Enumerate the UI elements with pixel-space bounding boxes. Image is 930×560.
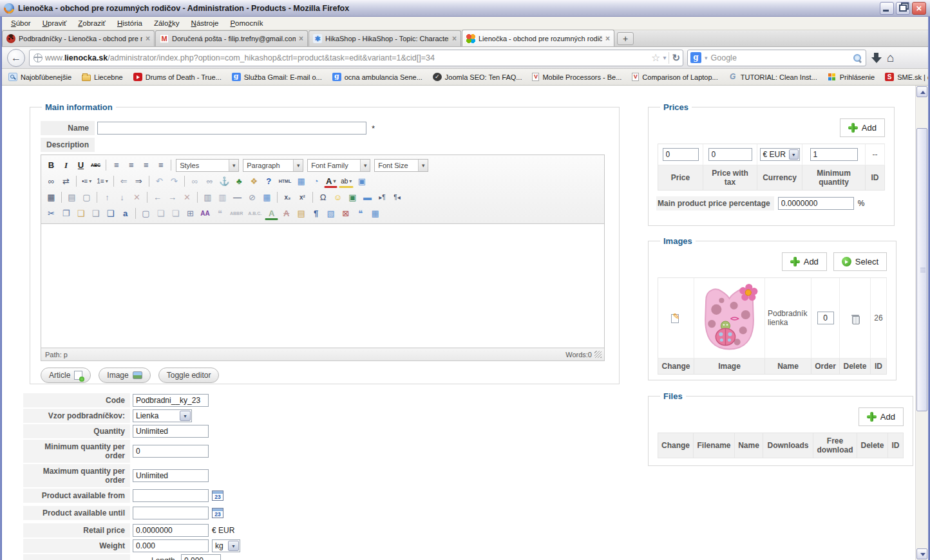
pattern-select[interactable]: Lienka — [133, 409, 192, 422]
bookmark-item[interactable]: Mobile Processors - Be... — [532, 73, 622, 81]
cut-icon[interactable]: ✂ — [44, 207, 58, 220]
history-dropdown-icon[interactable]: ▾ — [663, 54, 666, 61]
bullet-list-icon[interactable]: •≡ — [80, 174, 93, 188]
insert-text-icon[interactable]: A — [265, 208, 278, 220]
price-input[interactable] — [663, 148, 699, 161]
calendar-icon[interactable]: 23 — [212, 508, 223, 518]
media-icon[interactable]: ▣ — [346, 191, 359, 204]
bookmark-item[interactable]: Liecebne — [82, 73, 123, 81]
dropdown-caret-icon[interactable] — [418, 160, 428, 171]
tab-close-icon[interactable] — [605, 34, 610, 43]
currency-select[interactable]: € EUR — [760, 148, 800, 161]
length-input[interactable] — [181, 554, 221, 560]
available-until-input[interactable] — [133, 507, 209, 519]
editor-content-area[interactable] — [41, 224, 604, 348]
paragraph-select[interactable]: Paragraph — [243, 159, 303, 172]
close-button[interactable]: × — [912, 2, 926, 15]
outdent-icon[interactable]: ⇐ — [117, 174, 131, 188]
styles-select[interactable]: Styles — [176, 159, 239, 172]
table-icon[interactable]: ▦ — [44, 191, 58, 204]
font-size-select[interactable]: Font Size — [374, 159, 428, 172]
anchor-icon[interactable]: ⚓ — [218, 174, 231, 188]
bookmark-item[interactable]: ocna ambulancia Sene... — [332, 73, 422, 81]
delete-image-trash-icon[interactable] — [851, 313, 859, 323]
bookmark-item[interactable]: Služba Gmail: E-mail o... — [232, 73, 322, 81]
align-justify-icon[interactable]: ≡ — [154, 158, 167, 172]
menu-item[interactable]: Nástroje — [186, 18, 224, 28]
copy-icon[interactable]: ❐ — [59, 207, 73, 220]
html-icon[interactable]: HTML — [277, 174, 293, 188]
editor-resize-grip[interactable] — [594, 351, 602, 358]
cleanup-icon[interactable]: ❖ — [247, 174, 261, 188]
absolute-position-icon[interactable]: ⊞ — [184, 207, 197, 220]
nonbreaking-icon[interactable]: ⊠ — [339, 207, 352, 220]
cell-properties-icon[interactable]: ▢ — [80, 191, 93, 204]
ltr-icon[interactable]: ▸¶ — [375, 191, 389, 204]
dropdown-caret-icon[interactable] — [229, 160, 238, 171]
image-order-input[interactable] — [817, 312, 834, 324]
menu-item[interactable]: Pomocník — [225, 18, 268, 28]
emoticons-icon[interactable]: ☺ — [331, 191, 345, 204]
scrollbar-thumb[interactable] — [916, 128, 927, 411]
visual-aid-icon[interactable]: ▢ — [139, 207, 153, 220]
menu-item[interactable]: Záložky — [149, 18, 185, 28]
horizontal-rule-icon[interactable]: — — [231, 191, 244, 204]
undo-icon[interactable]: ↶ — [153, 174, 166, 188]
align-right-icon[interactable]: ≡ — [139, 158, 153, 172]
bookmark-item[interactable]: SME.sk | denník SME -... — [885, 73, 930, 81]
bookmark-item[interactable]: TUTORIAL: Clean Inst... — [728, 73, 817, 81]
select-all-icon[interactable]: a — [119, 207, 132, 220]
split-cells-icon[interactable]: ▥ — [201, 191, 214, 204]
min-order-input[interactable] — [133, 445, 209, 458]
browser-tab[interactable]: Podbradníčky - Lienočka - obchod pre roz… — [2, 30, 155, 46]
article-button[interactable]: Article — [41, 368, 91, 383]
name-input[interactable] — [97, 122, 366, 135]
paste-text-icon[interactable]: ❑ — [89, 207, 102, 220]
advanced-hr-icon[interactable]: ▬ — [361, 191, 374, 204]
google-search-engine-icon[interactable]: g — [690, 52, 701, 63]
bookmark-item[interactable]: Drums of Death - True... — [133, 73, 222, 81]
vertical-scrollbar[interactable] — [915, 86, 928, 560]
subscript-icon[interactable]: x₂ — [281, 191, 294, 204]
browser-tab[interactable]: HikaShop - HikaShop - Topic: Characteris… — [308, 30, 461, 46]
menu-item[interactable]: Súbor — [6, 18, 36, 28]
superscript-icon[interactable]: x² — [296, 191, 309, 204]
downloads-icon[interactable] — [870, 51, 883, 64]
images-add-button[interactable]: Add — [782, 252, 827, 271]
align-left-icon[interactable]: ≡ — [109, 158, 123, 172]
indent-icon[interactable]: ⇒ — [132, 174, 146, 188]
url-text[interactable]: www.lienocka.sk/administrator/index.php?… — [45, 53, 649, 62]
blockquote-icon[interactable]: ❝ — [354, 207, 367, 220]
search-bar[interactable]: g ▾ Google — [687, 50, 866, 66]
menu-item[interactable]: História — [112, 18, 147, 28]
insert-row-after-icon[interactable]: ↓ — [115, 191, 129, 204]
home-icon[interactable]: ⌂ — [887, 51, 894, 64]
max-order-input[interactable] — [133, 469, 209, 482]
menu-item[interactable]: Zobraziť — [73, 18, 111, 28]
images-select-button[interactable]: Select — [833, 252, 887, 271]
strikethrough-icon[interactable]: ABC — [89, 158, 102, 172]
browser-tab[interactable]: Lienočka - obchod pre rozumných rodičov.… — [462, 30, 614, 46]
insert-date-icon[interactable]: ▦ — [294, 174, 308, 188]
rtl-icon[interactable]: ¶◂ — [390, 191, 404, 204]
calendar-icon[interactable]: 23 — [212, 490, 223, 501]
menu-item[interactable]: Upraviť — [37, 18, 72, 28]
dropdown-caret-icon[interactable] — [293, 160, 303, 171]
visual-chars-icon[interactable]: ¶ — [309, 207, 323, 220]
reload-icon[interactable]: ↻ — [672, 52, 680, 64]
tab-close-icon[interactable] — [146, 34, 150, 43]
delete-row-icon[interactable]: ✕ — [130, 191, 144, 204]
code-input[interactable] — [133, 394, 209, 407]
text-color-icon[interactable]: A — [324, 176, 337, 188]
toggle-editor-button[interactable]: Toggle editor — [158, 368, 220, 383]
minimize-button[interactable] — [880, 2, 894, 15]
fullscreen-icon[interactable]: ▣ — [355, 174, 368, 188]
find-icon[interactable]: ∞ — [44, 174, 58, 188]
acronym-icon[interactable]: A.B.C. — [246, 207, 263, 220]
delete-text-icon[interactable]: A — [280, 207, 293, 220]
image-button[interactable]: Image — [99, 368, 150, 383]
bookmark-item[interactable]: Prihlásenie — [828, 73, 875, 81]
back-button[interactable]: ← — [7, 49, 25, 67]
underline-icon[interactable]: U — [74, 158, 88, 172]
delete-col-icon[interactable]: ✕ — [180, 191, 194, 204]
